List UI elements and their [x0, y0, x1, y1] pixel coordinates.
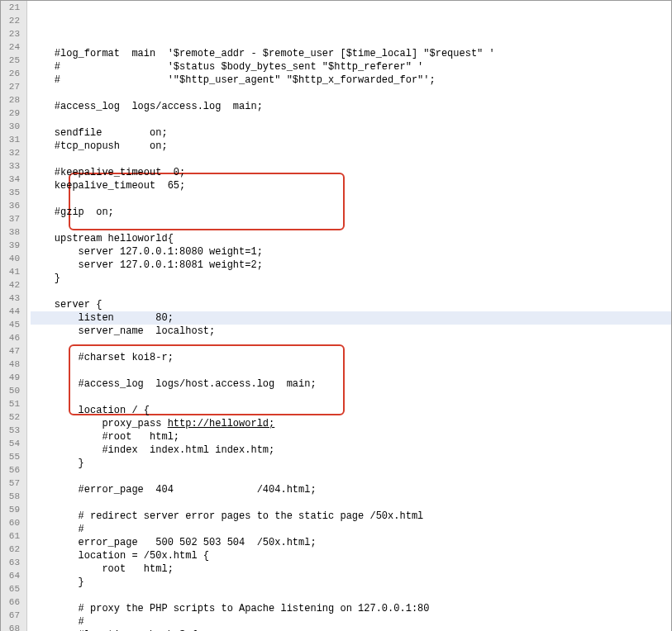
code-line[interactable]: # '"$http_user_agent" "$http_x_forwarded… [31, 74, 671, 87]
line-number-gutter: 2122232425262728293031323334353637383940… [1, 1, 27, 631]
line-number: 65 [4, 582, 20, 595]
code-line[interactable]: error_page 500 502 503 504 /50x.html; [31, 536, 671, 549]
line-number: 53 [4, 424, 20, 437]
code-line[interactable]: #log_format main '$remote_addr - $remote… [31, 47, 671, 60]
line-number: 28 [4, 93, 20, 107]
line-number: 33 [4, 159, 20, 173]
line-number: 50 [4, 384, 20, 397]
line-number: 26 [4, 67, 20, 80]
code-line[interactable]: server { [31, 298, 671, 311]
line-number: 24 [4, 40, 20, 54]
code-area[interactable]: #log_format main '$remote_addr - $remote… [27, 1, 671, 631]
code-line[interactable]: #access_log logs/access.log main; [31, 100, 671, 113]
line-number: 42 [4, 278, 20, 292]
line-number: 61 [4, 529, 20, 543]
line-number: 45 [4, 318, 20, 331]
code-line[interactable]: location = /50x.html { [31, 549, 671, 562]
code-line[interactable]: } [31, 457, 671, 470]
code-line[interactable]: server 127.0.0.1:8081 weight=2; [31, 259, 671, 272]
line-number: 57 [4, 477, 20, 490]
code-line[interactable] [31, 470, 671, 483]
code-line[interactable]: #index index.html index.htm; [31, 444, 671, 457]
code-line[interactable] [31, 192, 671, 206]
line-number: 49 [4, 371, 20, 384]
line-number: 39 [4, 239, 20, 252]
line-number: 59 [4, 503, 20, 516]
line-number: 56 [4, 463, 20, 477]
code-line[interactable] [31, 364, 671, 377]
line-number: 62 [4, 543, 20, 556]
line-number: 31 [4, 133, 20, 146]
line-number: 36 [4, 199, 20, 212]
line-number: 34 [4, 173, 20, 186]
code-line[interactable]: # redirect server error pages to the sta… [31, 510, 671, 523]
code-line[interactable]: root html; [31, 562, 671, 576]
line-number: 66 [4, 595, 20, 609]
code-line[interactable] [31, 338, 671, 351]
line-number: 48 [4, 358, 20, 371]
code-line[interactable]: #keepalive_timeout 0; [31, 166, 671, 179]
code-line[interactable]: #gzip on; [31, 206, 671, 219]
line-number: 32 [4, 146, 20, 159]
line-number: 60 [4, 516, 20, 529]
code-line[interactable]: keepalive_timeout 65; [31, 179, 671, 192]
line-number: 68 [4, 622, 20, 631]
line-number: 38 [4, 225, 20, 239]
line-number: 46 [4, 331, 20, 344]
line-number: 58 [4, 490, 20, 503]
code-line[interactable] [31, 153, 671, 166]
code-line[interactable] [31, 391, 671, 404]
line-number: 35 [4, 186, 20, 199]
code-line[interactable]: #access_log logs/host.access.log main; [31, 377, 671, 391]
line-number: 41 [4, 265, 20, 278]
code-line[interactable]: #charset koi8-r; [31, 351, 671, 364]
code-line[interactable]: #error_page 404 /404.html; [31, 483, 671, 496]
line-number: 67 [4, 609, 20, 622]
code-line[interactable]: # [31, 523, 671, 536]
code-line[interactable]: #root html; [31, 430, 671, 444]
code-line[interactable]: location / { [31, 404, 671, 417]
line-number: 64 [4, 569, 20, 582]
code-line[interactable] [31, 87, 671, 100]
code-line[interactable]: # [31, 615, 671, 629]
line-number: 27 [4, 80, 20, 93]
code-line[interactable]: # '$status $body_bytes_sent "$http_refer… [31, 60, 671, 74]
code-editor: 2122232425262728293031323334353637383940… [1, 1, 671, 631]
line-number: 43 [4, 292, 20, 305]
code-line[interactable]: sendfile on; [31, 126, 671, 140]
code-line[interactable] [31, 113, 671, 126]
code-line[interactable]: #tcp_nopush on; [31, 140, 671, 153]
code-line[interactable]: listen 80; [31, 311, 671, 325]
line-number: 25 [4, 54, 20, 67]
code-line[interactable]: upstream helloworld{ [31, 232, 671, 245]
line-number: 54 [4, 437, 20, 450]
line-number: 40 [4, 252, 20, 265]
line-number: 22 [4, 14, 20, 27]
line-number: 55 [4, 450, 20, 463]
line-number: 63 [4, 556, 20, 569]
code-line[interactable]: } [31, 272, 671, 285]
line-number: 52 [4, 410, 20, 424]
line-number: 51 [4, 397, 20, 410]
line-number: 47 [4, 344, 20, 358]
line-number: 29 [4, 107, 20, 120]
line-number: 30 [4, 120, 20, 133]
code-line[interactable]: server_name localhost; [31, 325, 671, 338]
line-number: 21 [4, 1, 20, 14]
code-line[interactable] [31, 285, 671, 298]
code-line[interactable]: } [31, 576, 671, 589]
code-line[interactable]: # proxy the PHP scripts to Apache listen… [31, 602, 671, 615]
code-line[interactable]: proxy_pass http://helloworld; [31, 417, 671, 430]
code-line[interactable] [31, 496, 671, 510]
code-line[interactable] [31, 589, 671, 602]
code-line[interactable] [31, 219, 671, 232]
code-line[interactable]: server 127.0.0.1:8080 weight=1; [31, 245, 671, 259]
line-number: 37 [4, 212, 20, 225]
line-number: 23 [4, 27, 20, 40]
line-number: 44 [4, 305, 20, 318]
